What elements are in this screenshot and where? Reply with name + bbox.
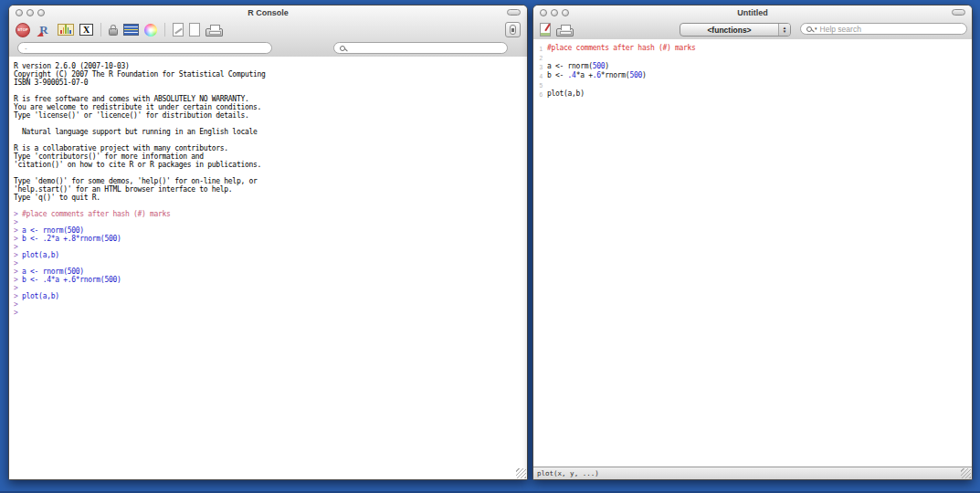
toolbar-toggle-pill[interactable] — [952, 9, 965, 16]
function-hint: plot(x, y, ...) — [537, 469, 599, 477]
search-icon — [340, 46, 345, 51]
command-field-value: - — [25, 44, 27, 52]
dropdown-stepper-icon: ▲▼ — [778, 24, 790, 36]
print-icon[interactable] — [205, 28, 223, 37]
stop-icon[interactable]: STOP — [16, 23, 30, 37]
r-console-window: R Console STOP R X - — [8, 5, 528, 480]
console-line: R version 2.6.0 (2007-10-03) — [14, 62, 527, 70]
editor-line: 6plot(a,b) — [536, 89, 972, 99]
console-line: > — [14, 284, 527, 292]
print-icon[interactable] — [556, 28, 574, 37]
color-wheel-icon[interactable] — [144, 24, 157, 37]
search-icon — [806, 26, 812, 32]
editor-line: 1#place comments after hash (#) marks — [536, 44, 972, 53]
toolbar-divider — [100, 23, 101, 37]
console-line: Type 'contributors()' for more informati… — [14, 152, 527, 161]
help-search-field[interactable]: ▾ Help search — [800, 23, 967, 35]
console-line: Type 'license()' or 'licence()' for dist… — [14, 111, 527, 120]
toggle-switch-button[interactable] — [505, 22, 521, 37]
console-field-row: - — [9, 39, 527, 57]
console-line — [14, 136, 527, 144]
console-line: > a <- rnorm(500) — [14, 226, 527, 235]
console-line: Type 'demo()' for some demos, 'help()' f… — [14, 177, 527, 185]
console-line: > b <- .4*a +.6*rnorm(500) — [14, 276, 527, 284]
zoom-button[interactable] — [562, 9, 569, 16]
console-line: R is free software and comes with ABSOLU… — [14, 95, 527, 103]
lock-icon[interactable] — [109, 28, 118, 36]
r-console-toolbar: STOP R X — [9, 20, 527, 39]
plot-chart-icon[interactable] — [58, 24, 74, 36]
console-line: > — [14, 218, 527, 226]
console-line: You are welcome to redistribute it under… — [14, 103, 527, 111]
editor-line: 5 — [536, 80, 972, 89]
zoom-button[interactable] — [37, 9, 45, 16]
minimize-button[interactable] — [551, 9, 558, 16]
window-title: Untitled — [737, 8, 768, 17]
console-line: > #place comments after hash (#) marks — [14, 210, 527, 218]
console-line: Natural language support but running in … — [14, 128, 527, 136]
x11-icon[interactable]: X — [79, 24, 93, 36]
console-output[interactable]: R version 2.6.0 (2007-10-03)Copyright (C… — [9, 57, 527, 479]
editor-toolbar: <functions> ▲▼ ▾ Help search — [533, 20, 972, 39]
console-line: 'citation()' on how to cite R or R packa… — [14, 161, 527, 169]
window-title: R Console — [248, 8, 289, 17]
editor-line: 2 — [536, 53, 972, 62]
console-line: > b <- .2*a +.8*rnorm(500) — [14, 235, 527, 243]
console-line — [14, 169, 527, 177]
workspace-stripes-icon[interactable] — [123, 24, 139, 36]
toolbar-divider — [164, 23, 165, 37]
editor-line: 3a <- rnorm(500) — [536, 62, 972, 71]
editor-titlebar[interactable]: Untitled — [533, 5, 972, 20]
console-line: > — [14, 243, 527, 251]
console-line: R is a collaborative project with many c… — [14, 144, 527, 152]
functions-dropdown-label: <functions> — [680, 26, 778, 35]
save-document-icon[interactable] — [540, 23, 551, 37]
console-line: ISBN 3-900051-07-0 — [14, 79, 527, 87]
console-search-field[interactable] — [333, 42, 508, 54]
edit-document-icon[interactable] — [173, 23, 184, 37]
console-line: Type 'q()' to quit R. — [14, 194, 527, 202]
console-line: > plot(a,b) — [14, 251, 527, 259]
new-document-icon[interactable] — [189, 23, 200, 37]
console-line: Copyright (C) 2007 The R Foundation for … — [14, 70, 527, 79]
console-line: > — [14, 259, 527, 267]
r-console-titlebar[interactable]: R Console — [9, 5, 527, 20]
console-line: 'help.start()' for an HTML browser inter… — [14, 185, 527, 194]
console-line — [14, 120, 527, 128]
console-line: > — [14, 300, 527, 309]
search-scope-caret-icon: ▾ — [815, 26, 817, 31]
console-line — [14, 87, 527, 95]
close-button[interactable] — [16, 9, 23, 16]
resize-grip[interactable] — [516, 468, 526, 478]
help-search-placeholder: Help search — [820, 25, 861, 34]
console-line — [14, 202, 527, 210]
editor-window: Untitled <functions> ▲▼ ▾ Help search 1#… — [532, 5, 973, 480]
desktop: R Console STOP R X - — [0, 0, 980, 493]
functions-dropdown[interactable]: <functions> ▲▼ — [680, 23, 791, 37]
console-line: > plot(a,b) — [14, 292, 527, 300]
editor-line: 4b <- .4*a +.6*rnorm(500) — [536, 71, 972, 80]
console-line: > — [14, 309, 527, 317]
editor-lines[interactable]: 1#place comments after hash (#) marks2 3… — [533, 39, 972, 467]
command-history-field[interactable]: - — [17, 42, 272, 54]
toolbar-toggle-pill[interactable] — [507, 9, 521, 16]
console-line: > a <- rnorm(500) — [14, 267, 527, 276]
editor-status-bar: plot(x, y, ...) — [533, 467, 972, 479]
close-button[interactable] — [540, 9, 547, 16]
resize-grip[interactable] — [961, 468, 971, 478]
minimize-button[interactable] — [26, 9, 34, 16]
source-r-icon[interactable]: R — [36, 23, 52, 37]
